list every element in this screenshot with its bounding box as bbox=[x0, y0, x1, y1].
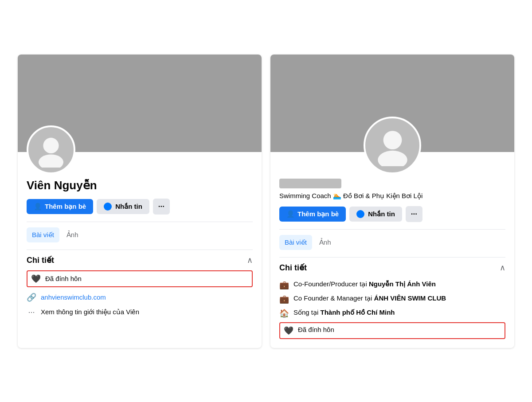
right-heart-icon: 🖤 bbox=[284, 326, 293, 336]
left-action-buttons: 👤 Thêm bạn bè Nhắn tin ··· bbox=[27, 199, 253, 215]
svg-point-2 bbox=[383, 131, 402, 149]
right-briefcase-icon-2: 💼 bbox=[279, 294, 289, 304]
left-detail-dinh-hon: 🖤 Đã đính hôn bbox=[27, 270, 253, 287]
right-profile-card: Swimming Coach 🏊 Đồ Bơi & Phụ Kiện Bơi L… bbox=[270, 55, 514, 348]
left-profile-card: Viên Nguyễn 👤 Thêm bạn bè Nhắn tin ··· B… bbox=[18, 55, 262, 348]
messenger-icon bbox=[104, 203, 112, 211]
left-section-title: Chi tiết bbox=[27, 255, 54, 265]
left-detail-more-info: ··· Xem thông tin giới thiệu của Viên bbox=[27, 305, 253, 320]
left-profile-name: Viên Nguyễn bbox=[27, 179, 253, 192]
left-divider bbox=[27, 222, 253, 222]
right-section-title-row: Chi tiết ∧ bbox=[279, 263, 505, 273]
right-dinh-hon-text: Đã đính hôn bbox=[298, 326, 334, 333]
right-detail-home: 🏠 Sống tại Thành phố Hồ Chí Minh bbox=[279, 306, 505, 320]
right-name-placeholder bbox=[279, 179, 341, 188]
right-add-friend-label: Thêm bạn bè bbox=[297, 210, 339, 218]
left-avatar bbox=[27, 125, 75, 174]
left-cover-photo bbox=[18, 55, 262, 152]
right-chevron-icon[interactable]: ∧ bbox=[500, 263, 505, 273]
right-message-button[interactable]: Nhắn tin bbox=[349, 207, 402, 222]
right-add-friend-button[interactable]: 👤 Thêm bạn bè bbox=[279, 207, 346, 222]
left-tab-bai-viet[interactable]: Bài viết bbox=[27, 227, 59, 242]
right-section-title: Chi tiết bbox=[279, 263, 307, 273]
right-action-buttons: 👤 Thêm bạn bè Nhắn tin ··· bbox=[279, 206, 505, 222]
left-section-title-row: Chi tiết ∧ bbox=[27, 255, 253, 265]
right-detail-cofounder2: 💼 Co Founder & Manager tại ÁNH VIÊN SWIM… bbox=[279, 292, 505, 306]
left-message-label: Nhắn tin bbox=[115, 203, 142, 211]
right-profile-info: Swimming Coach 🏊 Đồ Bơi & Phụ Kiện Bơi L… bbox=[270, 152, 514, 348]
left-divider2 bbox=[27, 250, 253, 250]
right-avatar bbox=[364, 117, 421, 174]
right-sub-title: Swimming Coach 🏊 Đồ Bơi & Phụ Kiện Bơi L… bbox=[279, 192, 505, 200]
right-message-label: Nhắn tin bbox=[368, 210, 395, 218]
left-heart-icon: 🖤 bbox=[31, 274, 41, 284]
right-briefcase-icon-1: 💼 bbox=[279, 280, 289, 290]
right-more-button[interactable]: ··· bbox=[406, 206, 422, 222]
right-home-text: Sống tại Thành phố Hồ Chí Minh bbox=[293, 308, 395, 316]
right-divider bbox=[279, 229, 505, 230]
left-more-button[interactable]: ··· bbox=[153, 199, 170, 215]
left-add-friend-button[interactable]: 👤 Thêm bạn bè bbox=[27, 199, 93, 214]
left-chevron-icon[interactable]: ∧ bbox=[247, 255, 253, 265]
right-cover-photo bbox=[270, 55, 514, 152]
svg-point-0 bbox=[43, 137, 59, 153]
add-friend-icon: 👤 bbox=[34, 203, 42, 211]
right-cofounder1-text: Co-Founder/Producer tại Nguyễn Thị Ánh V… bbox=[293, 280, 436, 288]
svg-point-1 bbox=[39, 154, 63, 168]
right-tabs: Bài viết Ảnh bbox=[279, 235, 505, 250]
left-add-friend-label: Thêm bạn bè bbox=[45, 203, 86, 211]
left-avatar-icon bbox=[33, 132, 69, 168]
left-tab-anh[interactable]: Ảnh bbox=[61, 227, 84, 242]
right-divider2 bbox=[279, 257, 505, 258]
right-detail-cofounder1: 💼 Co-Founder/Producer tại Nguyễn Thị Ánh… bbox=[279, 278, 505, 292]
left-link-icon: 🔗 bbox=[27, 293, 36, 302]
left-more-info-text: Xem thông tin giới thiệu của Viên bbox=[41, 308, 139, 316]
right-tab-bai-viet[interactable]: Bài viết bbox=[279, 235, 312, 250]
right-avatar-icon bbox=[372, 124, 414, 166]
right-add-friend-icon: 👤 bbox=[286, 210, 295, 218]
left-dots-icon: ··· bbox=[27, 308, 36, 317]
right-tab-anh[interactable]: Ảnh bbox=[314, 235, 336, 250]
left-message-button[interactable]: Nhắn tin bbox=[97, 199, 149, 214]
right-home-icon: 🏠 bbox=[279, 308, 289, 318]
left-tabs: Bài viết Ảnh bbox=[27, 227, 253, 242]
right-cofounder2-text: Co Founder & Manager tại ÁNH VIÊN SWIM C… bbox=[293, 294, 446, 302]
right-detail-dinh-hon: 🖤 Đã đính hôn bbox=[279, 322, 505, 339]
svg-point-3 bbox=[378, 151, 407, 166]
left-profile-info: Viên Nguyễn 👤 Thêm bạn bè Nhắn tin ··· B… bbox=[18, 152, 262, 328]
left-website-link[interactable]: anhvienswimclub.com bbox=[41, 293, 106, 301]
left-dinh-hon-text: Đã đính hôn bbox=[45, 275, 82, 282]
right-messenger-icon bbox=[356, 210, 364, 218]
right-avatar-wrapper bbox=[364, 117, 421, 174]
left-avatar-wrapper bbox=[27, 125, 75, 174]
left-detail-website: 🔗 anhvienswimclub.com bbox=[27, 290, 253, 305]
